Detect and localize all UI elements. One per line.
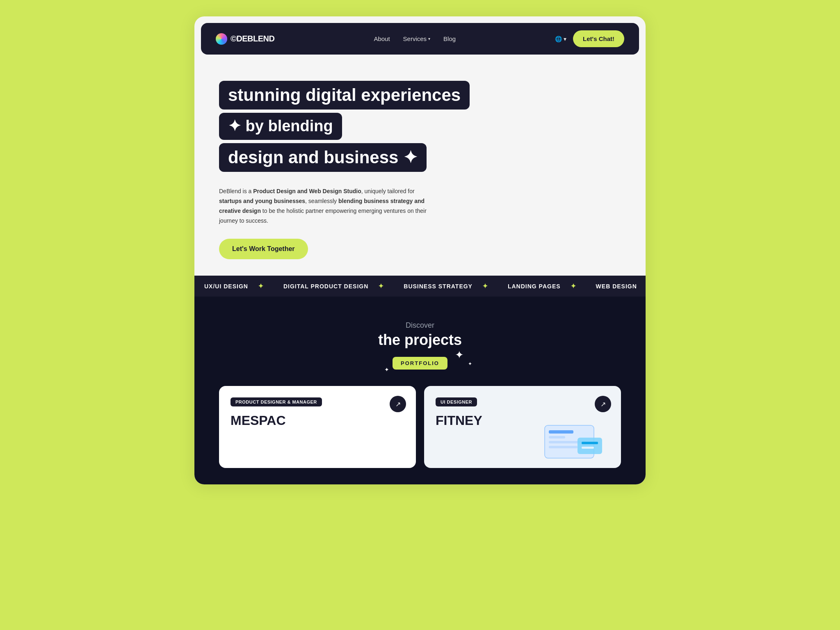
svg-rect-5 <box>578 438 602 454</box>
services-chevron-icon: ▾ <box>428 37 430 41</box>
language-button[interactable]: 🌐 ▾ <box>555 36 566 42</box>
hero-headlines: stunning digital experiences ✦ by blendi… <box>219 81 621 175</box>
star-deco-small: ✦ <box>384 366 389 373</box>
portfolio-badge-wrapper: PORTFOLIO ✦ ✦ ✦ <box>393 357 447 370</box>
logo-text: ©DEBLEND <box>231 34 274 43</box>
main-card: ©DEBLEND About Services ▾ Blog 🌐 ▾ Let's… <box>194 16 646 484</box>
project-card-mespac[interactable]: PRODUCT DESIGNER & MANAGER ↗ MESPAC <box>219 386 416 468</box>
logo[interactable]: ©DEBLEND <box>216 33 274 45</box>
hero-section: stunning digital experiences ✦ by blendi… <box>194 61 646 276</box>
hero-line1: stunning digital experiences <box>219 81 470 110</box>
star-deco-mid: ✦ <box>468 361 472 367</box>
nav-blog[interactable]: Blog <box>443 35 456 42</box>
nav-services[interactable]: Services ▾ <box>403 35 431 42</box>
fitney-mockup <box>541 421 614 468</box>
hero-line3: design and business ✦ <box>219 143 427 172</box>
project-cards: PRODUCT DESIGNER & MANAGER ↗ MESPAC UI D… <box>219 386 621 468</box>
page-wrapper: ©DEBLEND About Services ▾ Blog 🌐 ▾ Let's… <box>194 16 646 484</box>
ticker-item: LANDING PAGES✦ <box>498 282 586 290</box>
nav-links: About Services ▾ Blog <box>374 35 456 42</box>
star-deco-large: ✦ <box>455 349 464 361</box>
ticker-star: ✦ <box>378 282 384 290</box>
ticker-star: ✦ <box>571 282 576 290</box>
logo-icon <box>216 33 227 45</box>
ticker-star: ✦ <box>482 282 488 290</box>
lang-chevron-icon: ▾ <box>564 36 566 42</box>
portfolio-badge[interactable]: PORTFOLIO <box>393 357 447 370</box>
svg-rect-7 <box>582 447 594 449</box>
nav-about[interactable]: About <box>374 35 390 42</box>
hero-line2: ✦ by blending <box>219 113 342 140</box>
portfolio-title: the projects <box>219 331 621 349</box>
ticker-item: WEB DESIGN✦ <box>586 282 646 290</box>
ticker-bar: UX/UI DESIGN✦ DIGITAL PRODUCT DESIGN✦ BU… <box>194 276 646 297</box>
mespac-badge: PRODUCT DESIGNER & MANAGER <box>231 397 322 406</box>
portfolio-section: Discover the projects PORTFOLIO ✦ ✦ ✦ PR… <box>194 297 646 484</box>
ticker-item: BUSINESS STRATEGY✦ <box>394 282 498 290</box>
mespac-title: MESPAC <box>231 413 404 428</box>
svg-rect-1 <box>549 430 573 434</box>
ticker-inner: UX/UI DESIGN✦ DIGITAL PRODUCT DESIGN✦ BU… <box>194 282 646 290</box>
navbar: ©DEBLEND About Services ▾ Blog 🌐 ▾ Let's… <box>201 23 639 55</box>
globe-icon: 🌐 <box>555 36 562 42</box>
discover-label: Discover <box>219 321 621 330</box>
ticker-star: ✦ <box>258 282 264 290</box>
ticker-item: DIGITAL PRODUCT DESIGN✦ <box>274 282 394 290</box>
lets-chat-button[interactable]: Let's Chat! <box>573 30 624 47</box>
svg-rect-4 <box>549 446 578 448</box>
svg-rect-2 <box>549 436 565 438</box>
svg-rect-6 <box>582 442 598 444</box>
navbar-right: 🌐 ▾ Let's Chat! <box>555 30 624 47</box>
ticker-item: UX/UI DESIGN✦ <box>194 282 274 290</box>
hero-description: DeBlend is a Product Design and Web Desi… <box>219 187 432 226</box>
discover-header: Discover the projects PORTFOLIO ✦ ✦ ✦ <box>219 321 621 370</box>
fitney-badge: UI DESIGNER <box>436 397 477 406</box>
project-card-fitney[interactable]: UI DESIGNER ↗ FITNEY <box>424 386 621 468</box>
mespac-arrow-button[interactable]: ↗ <box>390 396 406 412</box>
lets-work-button[interactable]: Let's Work Together <box>219 239 308 259</box>
fitney-arrow-button[interactable]: ↗ <box>595 396 611 412</box>
